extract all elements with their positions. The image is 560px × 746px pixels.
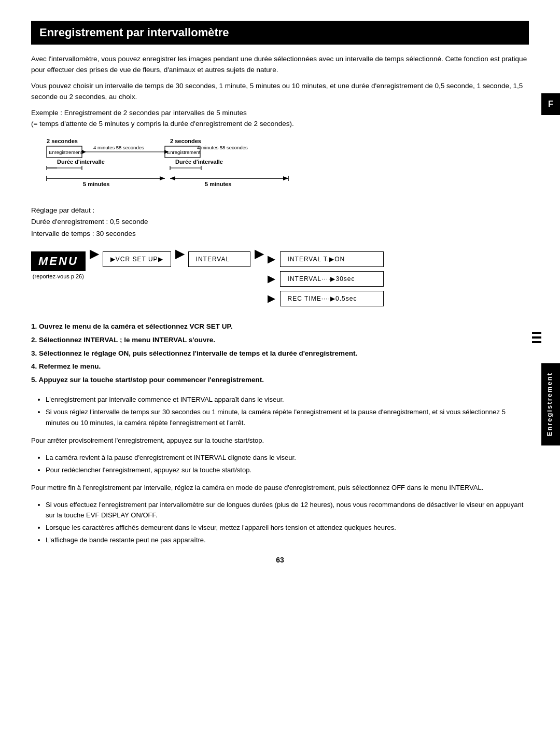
nav-arrow-2: ▶	[171, 256, 188, 261]
svg-text:Durée d'intervalle: Durée d'intervalle	[57, 159, 105, 165]
svg-text:2 secondes: 2 secondes	[47, 138, 78, 144]
svg-text:2 secondes: 2 secondes	[170, 138, 201, 144]
decoration-line-1	[532, 332, 541, 334]
example-line-1: Exemple : Enregistrement de 2 secondes p…	[31, 108, 529, 119]
svg-marker-24	[283, 176, 288, 180]
interval-diagram: 2 secondes 2 secondes Enregistrement Enr…	[31, 137, 529, 195]
svg-text:4 minutes 58 secondes: 4 minutes 58 secondes	[93, 145, 144, 150]
nav-arrow-3: ▶	[250, 256, 268, 261]
bullet-1-2: Si vous réglez l'intervalle de temps sur…	[46, 407, 529, 428]
bullet-2-2: Pour redéclencher l'enregistrement, appu…	[46, 465, 529, 475]
menu-navigation: MENU (reportez-vous p 26) ▶ ▶VCR SET UP▶…	[31, 251, 529, 306]
diagram-graphic: 2 secondes 2 secondes Enregistrement Enr…	[41, 137, 311, 194]
right-step-arrow-1: ▶	[268, 254, 275, 265]
nav-step-1: ▶VCR SET UP▶	[103, 251, 171, 267]
right-step-arrow-2: ▶	[268, 273, 275, 285]
page-number: 63	[31, 556, 529, 564]
right-tab-f: F	[541, 93, 560, 115]
right-decoration-lines	[532, 332, 541, 343]
tab-letter: F	[548, 100, 553, 109]
intro-paragraph-1: Avec l'intervallomètre, vous pouvez enre…	[31, 54, 529, 76]
right-step-row-1: ▶ INTERVAL T.▶ON	[268, 251, 384, 267]
bullet-2-1: La caméra revient à la pause d'enregistr…	[46, 453, 529, 463]
example-section: Exemple : Enregistrement de 2 secondes p…	[31, 108, 529, 130]
nav-step-1-container: ▶VCR SET UP▶	[103, 251, 171, 267]
defaults-label: Réglage par défaut :	[31, 205, 529, 217]
nav-step-2: INTERVAL	[188, 251, 250, 267]
svg-text:5 minutes: 5 minutes	[205, 181, 231, 187]
bullets-3: Si vous effectuez l'enregistrement par i…	[46, 500, 529, 546]
defaults-intervalle: Intervalle de temps : 30 secondes	[31, 228, 529, 240]
menu-logo: MENU	[31, 251, 86, 271]
para-2: Pour mettre fin à l'enregistrement par i…	[31, 483, 529, 494]
right-step-row-2: ▶ INTERVAL····▶30sec	[268, 271, 384, 287]
nav-arrow-1: ▶	[86, 256, 103, 261]
nav-step-3: INTERVAL T.▶ON	[280, 251, 384, 267]
para-1: Pour arrêter provisoirement l'enregistre…	[31, 435, 529, 446]
bullets-2: La caméra revient à la pause d'enregistr…	[46, 453, 529, 475]
svg-text:4 minutes 58 secondes: 4 minutes 58 secondes	[197, 145, 248, 150]
svg-text:Durée d'intervalle: Durée d'intervalle	[175, 159, 223, 165]
svg-text:5 minutes: 5 minutes	[83, 181, 109, 187]
nav-step-2-container: INTERVAL	[188, 251, 250, 267]
nav-step-4: INTERVAL····▶30sec	[280, 271, 384, 287]
step-3: 3. Sélectionnez le réglage ON, puis séle…	[31, 348, 529, 359]
svg-marker-23	[170, 176, 175, 180]
bullet-1-1: L'enregistrement par intervalle commence…	[46, 395, 529, 405]
page: F Enregistrement Enregistrement par inte…	[0, 0, 560, 585]
page-title: Enregistrement par intervallomètre	[31, 21, 529, 45]
step-1: 1. Ouvrez le menu de la caméra et sélect…	[31, 321, 529, 332]
svg-marker-19	[160, 176, 165, 180]
menu-ref: (reportez-vous p 26)	[33, 273, 84, 279]
right-step-row-3: ▶ REC TIME····▶0.5sec	[268, 291, 384, 306]
bullet-3-1: Si vous effectuez l'enregistrement par i…	[46, 500, 529, 520]
svg-text:Enregistrement: Enregistrement	[49, 149, 82, 155]
step-4: 4. Refermez le menu.	[31, 361, 529, 372]
diagram-svg: 2 secondes 2 secondes Enregistrement Enr…	[41, 137, 311, 195]
right-steps-column: ▶ INTERVAL T.▶ON ▶ INTERVAL····▶30sec ▶ …	[268, 251, 384, 306]
step-5: 5. Appuyez sur la touche start/stop pour…	[31, 374, 529, 386]
intro-paragraph-2: Vous pouvez choisir un intervalle de tem…	[31, 81, 529, 103]
example-line-2: (= temps d'attente de 5 minutes y compri…	[31, 119, 529, 130]
decoration-line-3	[532, 341, 541, 343]
defaults-duree: Durée d'enregistrement : 0,5 seconde	[31, 216, 529, 228]
decoration-line-2	[532, 336, 541, 339]
bullets-1: L'enregistrement par intervalle commence…	[46, 395, 529, 428]
nav-step-5: REC TIME····▶0.5sec	[280, 291, 384, 306]
step-2: 2. Sélectionnez INTERVAL ; le menu INTER…	[31, 334, 529, 346]
svg-text:Enregistrement: Enregistrement	[167, 149, 201, 155]
menu-block: MENU (reportez-vous p 26)	[31, 251, 86, 279]
numbered-list: 1. Ouvrez le menu de la caméra et sélect…	[31, 321, 529, 385]
svg-marker-9	[82, 150, 86, 154]
defaults-section: Réglage par défaut : Durée d'enregistrem…	[31, 205, 529, 241]
bullet-3-2: Lorsque les caractères affichés demeuren…	[46, 523, 529, 533]
right-step-arrow-3: ▶	[268, 293, 275, 304]
bullet-3-3: L'affichage de bande restante peut ne pa…	[46, 535, 529, 545]
right-vertical-label: Enregistrement	[541, 363, 560, 445]
